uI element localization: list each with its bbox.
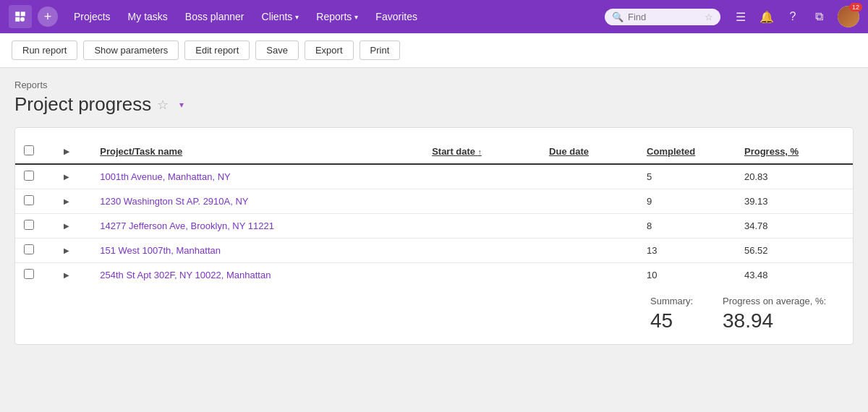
table-row: ▶ 14277 Jefferson Ave, Brooklyn, NY 1122…: [15, 214, 853, 239]
row-checkbox-cell: [15, 214, 52, 239]
header-checkbox-col: [15, 140, 52, 164]
chevron-down-icon: ▾: [354, 13, 358, 21]
page-title-row: Project progress ☆ ▾: [14, 93, 854, 116]
layers-icon[interactable]: ⧉: [809, 7, 829, 27]
star-icon[interactable]: ☆: [705, 12, 713, 22]
row-checkbox-cell: [15, 164, 52, 189]
menu-icon[interactable]: ☰: [731, 7, 751, 27]
table-row: ▶ 1001th Avenue, Manhattan, NY 5 20.83: [15, 164, 853, 189]
row-expand-icon[interactable]: ▶: [61, 270, 72, 281]
table-row: ▶ 254th St Apt 302F, NY 10022, Manhattan…: [15, 263, 853, 288]
row-expand-cell: ▶: [52, 214, 91, 239]
row-name-cell: 254th St Apt 302F, NY 10022, Manhattan: [91, 263, 423, 288]
row-start-date: [423, 239, 540, 263]
search-input[interactable]: [628, 12, 700, 22]
nav-projects[interactable]: Projects: [67, 7, 118, 27]
title-dropdown-icon[interactable]: ▾: [174, 98, 189, 112]
favorite-star-icon[interactable]: ☆: [157, 97, 169, 113]
page-title: Project progress: [14, 93, 151, 116]
save-button[interactable]: Save: [255, 40, 299, 60]
row-progress: 39.13: [736, 189, 853, 214]
nav-boss-planner[interactable]: Boss planner: [178, 7, 252, 27]
row-expand-icon[interactable]: ▶: [61, 171, 72, 183]
nav-clients[interactable]: Clients ▾: [255, 7, 307, 27]
summary-progress-label: Progress on average, %:: [723, 296, 835, 306]
row-completed: 13: [638, 239, 736, 263]
row-name-cell: 1001th Avenue, Manhattan, NY: [91, 164, 423, 189]
notification-badge: 12: [849, 3, 862, 12]
row-completed: 10: [638, 263, 736, 288]
search-icon: 🔍: [612, 12, 624, 22]
row-expand-icon[interactable]: ▶: [61, 220, 72, 232]
row-name-cell: 1230 Washington St AP. 2910A, NY: [91, 189, 423, 214]
header-progress[interactable]: Progress, %: [736, 140, 853, 164]
summary-completed: Summary: 45: [642, 296, 714, 332]
row-checkbox[interactable]: [24, 171, 34, 181]
row-start-date: [423, 214, 540, 239]
row-expand-cell: ▶: [52, 239, 91, 263]
show-parameters-button[interactable]: Show parameters: [83, 40, 179, 60]
add-button[interactable]: +: [38, 7, 58, 27]
expand-all-icon[interactable]: ▶: [61, 146, 72, 158]
header-expand-col: ▶: [52, 140, 91, 164]
header-due-date[interactable]: Due date: [540, 140, 638, 164]
nav-my-tasks[interactable]: My tasks: [121, 7, 175, 27]
top-navigation: + Projects My tasks Boss planner Clients…: [0, 0, 868, 33]
row-project-name[interactable]: 1230 Washington St AP. 2910A, NY: [100, 196, 248, 207]
summary-section: Summary: 45 Progress on average, %: 38.9…: [15, 287, 853, 332]
row-name-cell: 151 West 1007th, Manhattan: [91, 239, 423, 263]
row-expand-cell: ▶: [52, 164, 91, 189]
row-project-name[interactable]: 151 West 1007th, Manhattan: [100, 245, 221, 256]
row-expand-icon[interactable]: ▶: [61, 196, 72, 207]
row-progress: 20.83: [736, 164, 853, 189]
row-due-date: [540, 189, 638, 214]
summary-progress-value: 38.94: [723, 309, 835, 332]
row-project-name[interactable]: 254th St Apt 302F, NY 10022, Manhattan: [100, 270, 271, 280]
row-expand-cell: ▶: [52, 189, 91, 214]
run-report-button[interactable]: Run report: [12, 40, 77, 60]
row-checkbox-cell: [15, 263, 52, 288]
user-avatar-wrapper[interactable]: 12: [835, 6, 859, 27]
header-name[interactable]: Project/Task name: [91, 140, 423, 164]
row-progress: 34.78: [736, 214, 853, 239]
row-checkbox[interactable]: [24, 269, 34, 279]
chevron-down-icon: ▾: [295, 13, 299, 21]
row-completed: 8: [638, 214, 736, 239]
row-checkbox[interactable]: [24, 195, 34, 205]
row-due-date: [540, 239, 638, 263]
row-checkbox[interactable]: [24, 220, 34, 230]
row-name-cell: 14277 Jefferson Ave, Brooklyn, NY 11221: [91, 214, 423, 239]
nav-favorites[interactable]: Favorites: [368, 7, 425, 27]
row-due-date: [540, 263, 638, 288]
header-completed[interactable]: Completed: [638, 140, 736, 164]
search-bar[interactable]: 🔍 ☆: [605, 9, 720, 25]
help-icon[interactable]: ?: [783, 7, 803, 27]
sort-asc-icon: ↑: [478, 148, 482, 156]
row-due-date: [540, 164, 638, 189]
print-button[interactable]: Print: [359, 40, 401, 60]
breadcrumb: Reports: [14, 80, 854, 90]
row-completed: 5: [638, 164, 736, 189]
select-all-checkbox[interactable]: [24, 145, 34, 155]
edit-report-button[interactable]: Edit report: [184, 40, 250, 60]
row-project-name[interactable]: 14277 Jefferson Ave, Brooklyn, NY 11221: [100, 220, 274, 231]
row-start-date: [423, 164, 540, 189]
row-expand-icon[interactable]: ▶: [61, 245, 72, 257]
logo[interactable]: [9, 5, 32, 28]
row-progress: 56.52: [736, 239, 853, 263]
nav-reports[interactable]: Reports ▾: [309, 7, 365, 27]
nav-icon-group: ☰ 🔔 ? ⧉ 12: [731, 6, 859, 27]
row-checkbox-cell: [15, 189, 52, 214]
report-table-container: ▶ Project/Task name Start date ↑ Due dat…: [14, 127, 854, 345]
bell-icon[interactable]: 🔔: [757, 7, 777, 27]
row-expand-cell: ▶: [52, 263, 91, 288]
table-header-row: ▶ Project/Task name Start date ↑ Due dat…: [15, 140, 853, 164]
export-button[interactable]: Export: [305, 40, 354, 60]
row-start-date: [423, 189, 540, 214]
row-checkbox[interactable]: [24, 244, 34, 254]
row-project-name[interactable]: 1001th Avenue, Manhattan, NY: [100, 171, 230, 182]
report-table: ▶ Project/Task name Start date ↑ Due dat…: [15, 140, 853, 287]
header-start-date[interactable]: Start date ↑: [423, 140, 540, 164]
toolbar: Run report Show parameters Edit report S…: [0, 33, 868, 68]
table-row: ▶ 151 West 1007th, Manhattan 13 56.52: [15, 239, 853, 263]
